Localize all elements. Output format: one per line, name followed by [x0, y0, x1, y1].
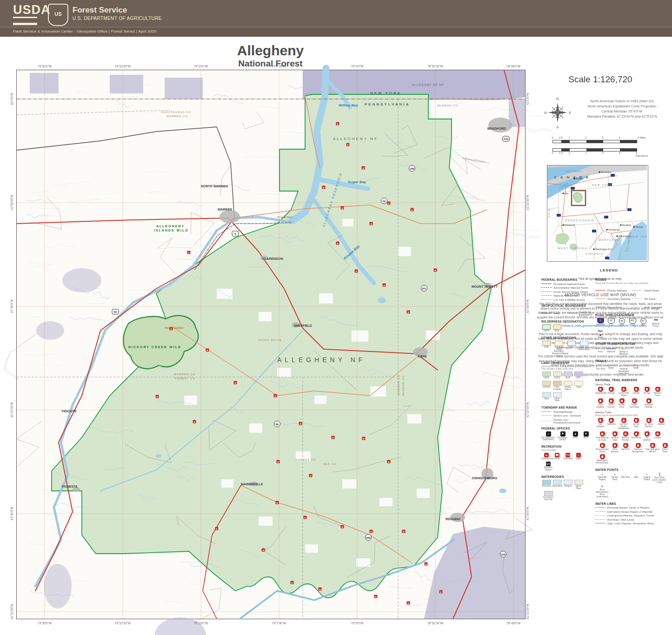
main-map[interactable]: ▲▲▲▲▲▲▲▲▲▲▲▲▲▲▲▲▲▲▲▲▲▲▲▲▲▲▲▲▲▲▲▲▲▲▲▲▲▲▲ … [16, 70, 526, 619]
svg-text:▲: ▲ [407, 602, 410, 604]
svg-text:▲: ▲ [216, 527, 218, 530]
legend-item: Appalachian [595, 387, 605, 397]
header-subbar: Field Service & Innovation Center - Geos… [0, 27, 672, 37]
svg-text:▲: ▲ [383, 284, 386, 286]
map-label: Hearts Content [165, 326, 184, 329]
projection-notes: North American Datum of 1983 (NAD 83) No… [577, 99, 667, 119]
scale-bars: 00.512345 Miles00.512345 Kilometers [530, 136, 671, 163]
legend-item: Primary Highway [595, 289, 632, 292]
header-bar: USDA US Forest Service U.S. DEPARTMENT O… [0, 0, 672, 27]
legend-item: National Park Service [541, 294, 593, 297]
legend-item: USFS [552, 371, 562, 379]
svg-text:79°7'30"W: 79°7'30"W [272, 65, 286, 68]
legend-item: 46State [617, 318, 627, 328]
map-label: ALLEGHENY NF [277, 356, 366, 364]
map-label: Hearts Spring [259, 338, 282, 341]
legend-item: Other Federal [552, 381, 562, 391]
legend-item: Oregon [652, 431, 663, 442]
datum-line: Standard Parallels 41°29'40"N and 41°5'1… [577, 114, 667, 119]
legend-section: FEDERAL BOUNDARIESProclaimed National Fo… [541, 278, 593, 301]
svg-text:Harrisburg: Harrisburg [608, 228, 619, 231]
svg-text:79°15'0"W: 79°15'0"W [194, 65, 208, 68]
svg-text:▲: ▲ [206, 349, 209, 351]
legend-item: ⌂FS Regional or Supervisor's [541, 431, 555, 442]
subbar-text: Field Service & Innovation Center - Geos… [0, 27, 672, 33]
legend-item: ·Well [631, 473, 641, 483]
svg-text:▲: ▲ [355, 270, 358, 272]
legend-item: Forest Service Ranger District [541, 291, 593, 293]
svg-text:▲: ▲ [363, 437, 365, 440]
legend-item: USFWS [541, 381, 552, 391]
map-label: Willow Bay [339, 103, 359, 107]
map-label: BRADFORD [487, 127, 506, 130]
legend-item: U.S. Fish & Wildlife Service [541, 298, 593, 301]
map-margin-panel: Scale 1:126,720 N S E W North American D… [530, 70, 671, 618]
svg-text:▲: ▲ [319, 588, 321, 590]
svg-text:▲: ▲ [156, 395, 159, 398]
svg-text:▲: ▲ [337, 122, 339, 125]
legend-item: Florida [631, 387, 641, 397]
svg-text:WEST VIRGINIA: WEST VIRGINIA [558, 247, 588, 250]
map-title-block: Allegheny National Forest [16, 43, 525, 69]
svg-text:▲: ▲ [277, 460, 279, 463]
legend-item: Ala Kahakai [595, 418, 605, 430]
svg-text:▲: ▲ [332, 436, 334, 439]
map-label: Sugar Bay [348, 180, 366, 184]
svg-text:W: W [544, 111, 547, 115]
datum-line: North American Equidistant Conic Project… [577, 104, 667, 109]
svg-text:41°37'30"N: 41°37'30"N [10, 402, 13, 417]
legend-item: •Spring/ Seep [610, 473, 620, 483]
svg-text:219: 219 [504, 138, 508, 140]
svg-text:▲: ▲ [323, 186, 325, 189]
legend-item: USFS [541, 324, 552, 332]
legend-item: North Country [606, 398, 616, 409]
map-label: ALLEGANY SP NY [412, 83, 444, 86]
legend-item: Wash/ Playa [573, 480, 584, 490]
legend-item: Natchez Trace [652, 387, 663, 397]
svg-text:346: 346 [410, 167, 414, 170]
map-label: RIDGWAY [446, 517, 461, 521]
forest-service-shield-icon: US [48, 4, 68, 26]
svg-text:▲: ▲ [337, 242, 339, 245]
svg-text:▲: ▲ [341, 206, 344, 209]
legend-item: Other [566, 341, 577, 357]
map-label: KANE [418, 355, 427, 358]
svg-text:78°52'30"W: 78°52'30"W [427, 622, 444, 625]
legend-item: Perennial Stream, Canal, or Pipeline [595, 506, 671, 509]
legend-section: FEDERAL OFFICES⌂FS Regional or Superviso… [541, 427, 593, 443]
legend-section: OTHER TRANSPORTATIONFerryRailroadByway o… [595, 342, 671, 357]
legend-item: Secondary Highway [595, 298, 632, 300]
legend-item: BLM [563, 371, 573, 379]
legend-item: BLM [552, 324, 562, 332]
svg-text:Trenton: Trenton [635, 225, 643, 228]
map-label: CHAUTAUQUA CO [161, 111, 191, 113]
legend-item: USFS [541, 371, 552, 379]
legend-item: Old Spanish [642, 431, 652, 442]
svg-text:321: 321 [422, 287, 426, 290]
legend-item: Cpt John Smith Chesapeake [617, 418, 631, 430]
legend-left-column: FEDERAL BOUNDARIESProclaimed National Fo… [541, 275, 593, 502]
legend-item: Township/Range [541, 410, 593, 413]
datum-block: N S E W North American Datum of 1983 (NA… [530, 91, 671, 135]
legend-item: American Indian Boundary/ Research/Natur… [552, 341, 566, 357]
legend-section: WILDERNESS DESIGNATIONUSFSBLM [541, 320, 593, 333]
svg-text:▲: ▲ [388, 460, 390, 463]
legend-item: Nez Perce [631, 431, 641, 442]
svg-text:41°45'0"N: 41°45'0"N [526, 299, 529, 313]
svg-text:6: 6 [234, 232, 236, 235]
legend: LEGEND FEDERAL BOUNDARIESProclaimed Nati… [530, 268, 670, 272]
svg-text:▲: ▲ [291, 581, 293, 584]
svg-text:79°15'0"W: 79°15'0"W [194, 622, 208, 625]
svg-text:41°30'0"N: 41°30'0"N [526, 507, 529, 520]
legend-item: National Designated Trails Terra [617, 364, 631, 375]
datum-line: Central Meridian 79°4'9"W [577, 109, 667, 114]
svg-text:MARYLAND: MARYLAND [599, 238, 619, 241]
legend-title: LEGEND [600, 268, 670, 272]
legend-section: ROAD SHIELDS&NUMBER1Interstate62U.S.46St… [595, 313, 671, 339]
legend-item: Santa Fe [620, 443, 631, 453]
legend-item: de Los Tejas [631, 418, 641, 430]
legend-section: WATERBODIESPerennialIntermittentWetlandW… [541, 475, 593, 502]
map-label: MOUNT JEWETT [472, 285, 498, 288]
legend-item: Washington Rochambeau [595, 454, 609, 464]
usda-logo-bars [13, 17, 37, 25]
